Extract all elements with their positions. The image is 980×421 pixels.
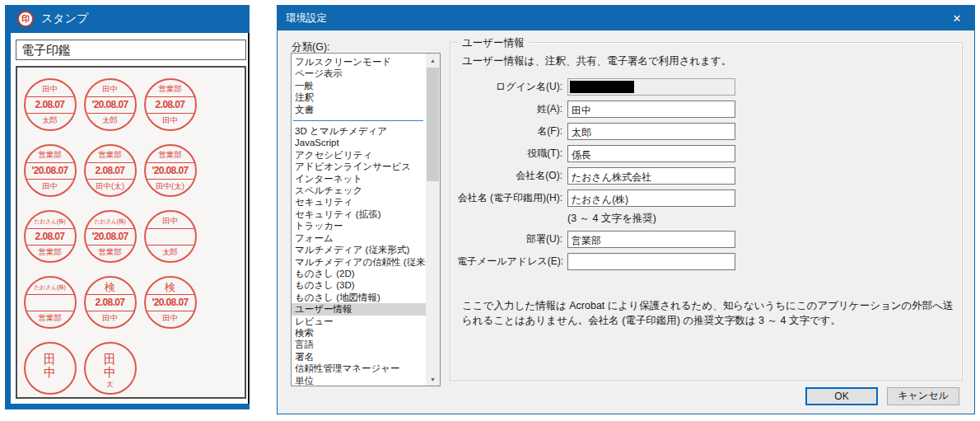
category-item[interactable]: 3D とマルチメディア	[292, 125, 426, 137]
category-item[interactable]: 検索	[292, 327, 426, 339]
category-item[interactable]: マルチメディア (従来形式)	[292, 244, 426, 255]
stamp-band-line-top	[26, 96, 75, 97]
category-item[interactable]: アドビオンラインサービス	[292, 161, 426, 172]
field-label: 名(F):	[457, 124, 567, 138]
stamp-date-text: '20.08.07	[26, 165, 75, 176]
stamp-bottom-text: 営業部	[26, 313, 75, 324]
stamp-band-line-bottom	[86, 179, 135, 180]
category-item[interactable]: セキュリティ (拡張)	[292, 208, 426, 220]
field-label: 会社名 (電子印鑑用)(H):	[457, 191, 567, 205]
category-item[interactable]: 単位	[292, 375, 426, 386]
stamp[interactable]: 田中 太郎	[144, 210, 197, 263]
field-label: 姓(A):	[457, 102, 567, 116]
user-info-description: ユーザー情報は、注釈、共有、電子署名で利用されます。	[462, 54, 731, 68]
stamp[interactable]: 田中	[24, 342, 77, 395]
category-item[interactable]: 署名	[292, 351, 426, 363]
stamp-bottom-text: 営業部	[26, 247, 75, 258]
category-item[interactable]: フルスクリーンモード	[292, 56, 426, 68]
text-input[interactable]: たおさん株式会社	[567, 167, 735, 185]
preferences-dialog: 環境設定 ✕ 分類(G): フルスクリーンモード ページ表示 一般 注釈 文書	[277, 5, 975, 414]
stamp[interactable]: 田中 2.08.07 太郎	[24, 78, 77, 131]
close-icon[interactable]: ✕	[940, 6, 974, 30]
cancel-button[interactable]: キャンセル	[887, 387, 959, 405]
category-item[interactable]: 一般	[292, 80, 426, 91]
category-item[interactable]: セキュリティ	[292, 196, 426, 208]
category-listbox[interactable]: フルスクリーンモード ページ表示 一般 注釈 文書 3D とマルチメディア Ja…	[291, 53, 441, 386]
field-label: 部署(U):	[457, 232, 567, 246]
text-input[interactable]: たおさん(株)	[567, 189, 735, 207]
stamp-vertical-name: 田中	[103, 353, 117, 379]
privacy-note: ここで入力した情報は Acrobat により保護されるため、知らないうちにこのア…	[462, 299, 956, 328]
category-item[interactable]: トラッカー	[292, 220, 426, 232]
form-field: 会社名(O): たおさん株式会社	[457, 167, 861, 185]
stamp-bottom-text: 営業部	[86, 247, 135, 258]
category-item[interactable]: ページ表示	[292, 68, 426, 79]
category-item[interactable]: ものさし (2D)	[292, 268, 426, 279]
category-item[interactable]: ユーザー情報	[292, 303, 426, 315]
stamp-date-text: 2.08.07	[86, 297, 135, 308]
stamp[interactable]: たおさん(株) 営業部	[24, 276, 77, 329]
stamp-bottom-text: 田中	[146, 115, 195, 126]
stamp-date-text: '20.08.07	[146, 165, 195, 176]
category-item[interactable]: ものさし (3D)	[292, 279, 426, 291]
category-item[interactable]: 文書	[292, 104, 426, 115]
text-input[interactable]: 営業部	[567, 231, 735, 248]
category-item[interactable]: フォーム	[292, 232, 426, 244]
stamp-band-line-top	[26, 162, 75, 163]
category-item[interactable]: マルチメディアの信頼性 (従来形式)	[292, 256, 426, 268]
scrollbar-thumb[interactable]	[427, 68, 439, 181]
category-item[interactable]: インターネット	[292, 173, 426, 185]
stamp-top-text: 田中	[146, 216, 195, 227]
text-input[interactable]: 田中	[567, 101, 735, 118]
stamp-band-line-top	[86, 96, 135, 97]
stamp[interactable]: 営業部 2.08.07 田中(太)	[84, 144, 137, 197]
category-item[interactable]: 注釈	[292, 91, 426, 103]
category-item[interactable]: レビュー	[292, 316, 426, 327]
text-input[interactable]: 係長	[567, 145, 735, 162]
list-scrollbar[interactable]: ▲ ▼	[426, 54, 440, 386]
stamp[interactable]: 営業部 '20.08.07 田中	[24, 144, 77, 197]
stamp[interactable]: 検 '20.08.07 田中	[144, 276, 197, 329]
stamp-bottom-text: 田中	[26, 181, 75, 192]
stamp-window-body: 電子印鑑 田中 2.08.07 太郎	[11, 33, 250, 404]
seal-icon: 印	[17, 11, 34, 27]
text-input[interactable]: 太郎	[567, 123, 735, 140]
category-item[interactable]: 信頼性管理マネージャー	[292, 363, 426, 374]
scroll-up-icon[interactable]: ▲	[426, 54, 440, 67]
stamp[interactable]: たおさん(株) '20.08.07 営業部	[84, 210, 137, 263]
stamp-bottom-text: 太郎	[146, 247, 195, 258]
stamp-window-titlebar[interactable]: 印 スタンプ	[5, 5, 250, 33]
stamp-bottom-text: 田中(太)	[146, 181, 195, 192]
stamp[interactable]: 田中 太	[84, 342, 137, 395]
input-value: たおさん(株)	[572, 194, 628, 205]
text-input	[567, 78, 735, 96]
stamp-category-select[interactable]: 電子印鑑	[16, 40, 246, 60]
stamp-band-line-top	[26, 294, 75, 295]
input-value: 田中	[572, 105, 591, 116]
screen: 印 スタンプ 電子印鑑 田中 2.08.07 太郎	[0, 0, 980, 421]
scroll-down-icon[interactable]: ▼	[426, 372, 440, 386]
stamp-band-line-bottom	[86, 113, 135, 114]
dialog-titlebar[interactable]: 環境設定 ✕	[278, 6, 974, 30]
stamp-date-text: '20.08.07	[146, 297, 195, 308]
stamp-band-line-bottom	[26, 245, 75, 246]
stamp[interactable]: たおさん(株) 2.08.07 営業部	[24, 210, 77, 263]
category-item[interactable]: スペルチェック	[292, 185, 426, 196]
stamp-top-text: 田中	[26, 84, 75, 95]
stamp[interactable]: 検 2.08.07 田中	[84, 276, 137, 329]
text-input[interactable]	[567, 253, 735, 270]
stamp-top-text: たおさん(株)	[26, 218, 75, 226]
form-field: 電子メールアドレス(E):	[457, 253, 861, 270]
category-item[interactable]: JavaScript	[292, 137, 426, 148]
stamp[interactable]: 営業部 2.08.07 田中	[144, 78, 197, 131]
category-item[interactable]: アクセシビリティ	[292, 149, 426, 161]
form-field: 部署(U): 営業部	[457, 231, 861, 248]
category-item[interactable]: 言語	[292, 339, 426, 350]
field-label: ログイン名(U):	[457, 80, 567, 94]
ok-button[interactable]: OK	[805, 387, 878, 405]
stamp[interactable]: 営業部 '20.08.07 田中(太)	[144, 144, 197, 197]
category-item[interactable]: ものさし (地図情報)	[292, 292, 426, 303]
stamp-band-line-bottom	[86, 245, 135, 246]
form-field: 役職(T): 係長	[457, 145, 861, 162]
stamp[interactable]: 田中 '20.08.07 太郎	[84, 78, 137, 131]
